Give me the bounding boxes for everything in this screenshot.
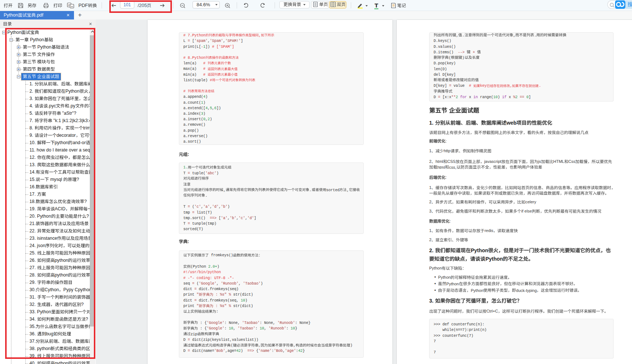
svg-text:w: w <box>71 5 73 8</box>
svg-text:P: P <box>68 4 70 7</box>
